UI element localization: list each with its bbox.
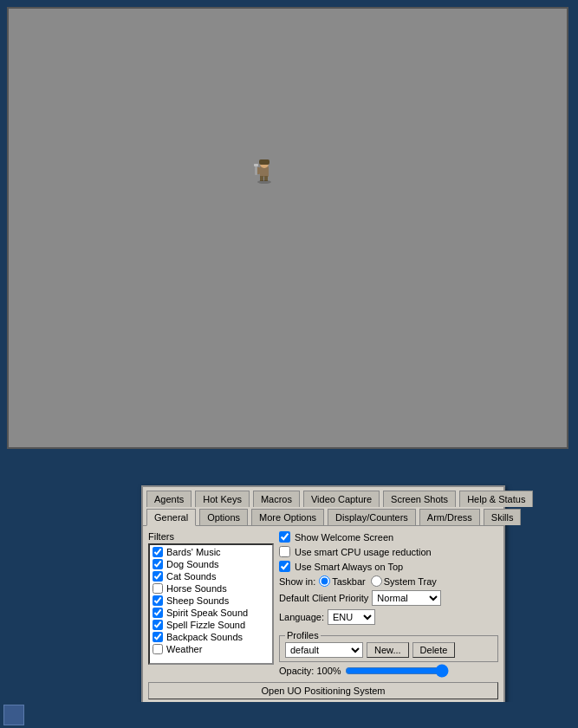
panel-content: Filters Bards' Music Dog Sounds Cat Soun… bbox=[143, 526, 503, 682]
character-sprite bbox=[253, 156, 275, 184]
filter-cat-sounds-checkbox[interactable] bbox=[153, 571, 163, 582]
profiles-fieldset: Profiles default New... Delete bbox=[279, 630, 498, 662]
taskbar-radio-label[interactable]: Taskbar bbox=[319, 575, 366, 587]
tab-row-1: Agents Hot Keys Macros Video Capture Scr… bbox=[143, 489, 503, 507]
filter-backpack-sounds[interactable]: Backpack Sounds bbox=[151, 631, 271, 643]
filter-sheep-sounds[interactable]: Sheep Sounds bbox=[151, 595, 271, 607]
filter-bards-music-label: Bards' Music bbox=[166, 547, 221, 557]
filter-weather[interactable]: Weather bbox=[151, 643, 271, 655]
tab-macros[interactable]: Macros bbox=[253, 491, 300, 507]
filter-spell-fizzle-label: Spell Fizzle Sound bbox=[166, 620, 245, 630]
tab-screenshots[interactable]: Screen Shots bbox=[383, 491, 456, 507]
systemtray-radio-text: System Tray bbox=[384, 576, 437, 587]
filters-section: Filters Bards' Music Dog Sounds Cat Soun… bbox=[148, 531, 274, 677]
tab-displaycounters[interactable]: Display/Counters bbox=[328, 509, 416, 525]
game-area bbox=[7, 7, 568, 449]
tab-helpstatus[interactable]: Help & Status bbox=[459, 491, 533, 507]
language-label: Language: bbox=[279, 612, 324, 622]
tab-videocapture[interactable]: Video Capture bbox=[303, 491, 380, 507]
filter-horse-sounds-label: Horse Sounds bbox=[166, 583, 227, 594]
filter-dog-sounds-checkbox[interactable] bbox=[153, 559, 163, 569]
filter-dog-sounds-label: Dog Sounds bbox=[166, 559, 219, 569]
filter-bards-music-checkbox[interactable] bbox=[153, 547, 163, 557]
priority-select[interactable]: Normal High Low Real Time bbox=[372, 590, 441, 606]
smart-always-row: Use Smart Always on Top bbox=[279, 561, 498, 572]
taskbar-radio-text: Taskbar bbox=[332, 576, 366, 587]
filter-backpack-sounds-checkbox[interactable] bbox=[153, 632, 163, 642]
filters-list[interactable]: Bards' Music Dog Sounds Cat Sounds Horse… bbox=[148, 543, 274, 665]
tab-hotkeys[interactable]: Hot Keys bbox=[195, 491, 250, 507]
positioning-button[interactable]: Open UO Positioning System bbox=[148, 682, 498, 699]
show-welcome-checkbox[interactable] bbox=[279, 531, 290, 543]
new-profile-button[interactable]: New... bbox=[367, 642, 409, 658]
filter-weather-checkbox[interactable] bbox=[153, 644, 163, 654]
tab-bar: Agents Hot Keys Macros Video Capture Scr… bbox=[143, 487, 503, 526]
taskbar-radio[interactable] bbox=[319, 575, 330, 587]
profiles-legend: Profiles bbox=[285, 630, 321, 640]
show-welcome-row: Show Welcome Screen bbox=[279, 531, 498, 543]
show-in-radio-group: Taskbar System Tray bbox=[319, 575, 437, 587]
opacity-row: Opacity: 100% bbox=[279, 665, 498, 677]
tab-row-2: General Options More Options Display/Cou… bbox=[143, 507, 503, 525]
smart-cpu-label: Use smart CPU usage reduction bbox=[295, 547, 432, 557]
systemtray-radio-label[interactable]: System Tray bbox=[371, 575, 437, 587]
filter-spell-fizzle[interactable]: Spell Fizzle Sound bbox=[151, 619, 271, 631]
filter-sheep-sounds-checkbox[interactable] bbox=[153, 595, 163, 606]
smart-always-checkbox[interactable] bbox=[279, 561, 290, 572]
show-welcome-label: Show Welcome Screen bbox=[295, 532, 393, 543]
tab-options[interactable]: Options bbox=[199, 509, 248, 525]
svg-point-8 bbox=[257, 180, 271, 184]
language-select[interactable]: ENU DEU FRA ESP bbox=[328, 609, 375, 625]
opacity-slider[interactable] bbox=[345, 665, 449, 677]
filter-backpack-sounds-label: Backpack Sounds bbox=[166, 632, 243, 642]
systemtray-radio[interactable] bbox=[371, 575, 382, 587]
filter-spirit-speak[interactable]: Spirit Speak Sound bbox=[151, 607, 271, 619]
svg-rect-7 bbox=[254, 164, 258, 166]
language-row: Language: ENU DEU FRA ESP bbox=[279, 609, 498, 625]
priority-row: Default Client Priority Normal High Low … bbox=[279, 590, 498, 606]
show-in-row: Show in: Taskbar System Tray bbox=[279, 575, 498, 587]
smart-always-label: Use Smart Always on Top bbox=[295, 562, 403, 572]
smart-cpu-row: Use smart CPU usage reduction bbox=[279, 546, 498, 557]
filter-dog-sounds[interactable]: Dog Sounds bbox=[151, 558, 271, 570]
filter-bards-music[interactable]: Bards' Music bbox=[151, 546, 271, 558]
tab-general[interactable]: General bbox=[146, 509, 196, 526]
options-section: Show Welcome Screen Use smart CPU usage … bbox=[279, 531, 498, 677]
filter-cat-sounds[interactable]: Cat Sounds bbox=[151, 570, 271, 582]
filter-weather-label: Weather bbox=[166, 644, 202, 654]
tab-moreoptions[interactable]: More Options bbox=[251, 509, 324, 525]
filter-horse-sounds-checkbox[interactable] bbox=[153, 583, 163, 594]
opacity-label: Opacity: 100% bbox=[279, 666, 341, 676]
profiles-inner: default New... Delete bbox=[285, 642, 492, 658]
game-content bbox=[9, 9, 567, 447]
settings-panel: Agents Hot Keys Macros Video Capture Scr… bbox=[141, 485, 505, 706]
filter-spirit-speak-label: Spirit Speak Sound bbox=[166, 608, 248, 618]
delete-profile-button[interactable]: Delete bbox=[412, 642, 456, 658]
filters-label: Filters bbox=[148, 531, 274, 542]
tab-agents[interactable]: Agents bbox=[146, 491, 192, 507]
filter-spell-fizzle-checkbox[interactable] bbox=[153, 620, 163, 630]
tab-skills[interactable]: Skills bbox=[484, 509, 522, 525]
taskbar bbox=[0, 702, 578, 728]
profile-select[interactable]: default bbox=[285, 642, 363, 658]
filter-horse-sounds[interactable]: Horse Sounds bbox=[151, 582, 271, 595]
filter-spirit-speak-checkbox[interactable] bbox=[153, 608, 163, 618]
svg-rect-2 bbox=[259, 159, 270, 165]
show-in-label: Show in: bbox=[279, 576, 315, 587]
tab-armdress[interactable]: Arm/Dress bbox=[419, 509, 480, 525]
taskbar-icon[interactable] bbox=[3, 705, 24, 725]
filter-sheep-sounds-label: Sheep Sounds bbox=[166, 595, 229, 606]
smart-cpu-checkbox[interactable] bbox=[279, 546, 290, 557]
priority-label: Default Client Priority bbox=[279, 593, 368, 603]
filter-cat-sounds-label: Cat Sounds bbox=[166, 571, 216, 582]
